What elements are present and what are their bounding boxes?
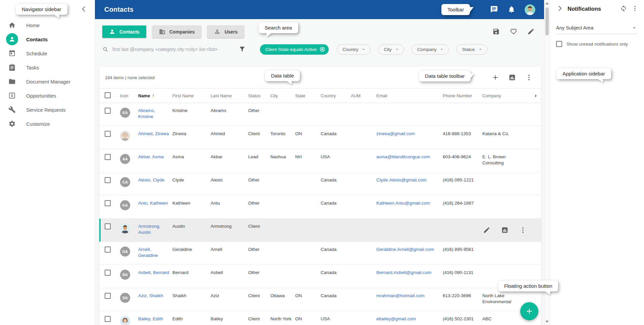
search-input[interactable] <box>112 47 223 52</box>
user-avatar[interactable] <box>525 4 535 15</box>
contact-name-link[interactable]: Alexis, Clyde <box>138 177 164 182</box>
filter-dropdown-city[interactable]: City <box>378 44 404 55</box>
table-row[interactable]: Armstrong, AustinAustinArmstrongClient <box>99 219 541 242</box>
table-row[interactable]: BAAsbell, BernardBernardAsbellOtherCanad… <box>99 265 541 288</box>
collapse-app-sidebar-button[interactable] <box>556 5 564 12</box>
filter-dropdown-label: Country <box>342 47 358 52</box>
table-row[interactable]: AAAkbar, AsmaAsmaAkbarLeadNashuaNHUSAasm… <box>99 149 541 172</box>
row-checkbox[interactable] <box>105 154 111 160</box>
row-checkbox[interactable] <box>105 108 111 114</box>
sidebar-item-customize[interactable]: Customize <box>0 117 95 131</box>
contact-name-link[interactable]: Antu, Kathleen <box>138 201 168 206</box>
contact-name-link[interactable]: Abrams, Kristine <box>138 108 155 119</box>
filter-dropdown-status[interactable]: Status <box>456 44 487 55</box>
contact-name-link[interactable]: Asbell, Bernard <box>138 270 169 275</box>
collapse-navigator-button[interactable] <box>79 5 89 14</box>
tab-users[interactable]: Users <box>207 25 244 38</box>
favorite-button[interactable] <box>510 28 517 35</box>
heart-icon <box>510 28 517 35</box>
row-edit-button[interactable] <box>483 226 490 234</box>
contact-name-link[interactable]: Aziz, Shaikh <box>138 293 163 298</box>
tab-companies[interactable]: Companies <box>152 25 201 38</box>
row-more-button[interactable] <box>519 226 527 234</box>
email-link[interactable]: Bernard.Asbell@gmail.com <box>376 270 431 275</box>
sidebar-item-schedule[interactable]: Schedule <box>0 46 95 60</box>
sidebar-item-opportunities[interactable]: $Opportunities <box>0 89 95 103</box>
row-checkbox[interactable] <box>105 177 111 183</box>
filter-dropdown-company[interactable]: Company <box>412 44 449 55</box>
callout-data-table-toolbar: Data table toolbar <box>419 70 471 82</box>
scroll-up-arrow[interactable] <box>545 2 549 4</box>
row-chart-button[interactable] <box>501 226 508 234</box>
table-more-button[interactable] <box>525 74 533 81</box>
select-all-checkbox[interactable] <box>105 92 111 98</box>
save-view-button[interactable] <box>492 28 500 35</box>
column-header-status[interactable]: Status <box>248 93 270 98</box>
email-link[interactable]: zineea@gmail.com <box>376 131 415 136</box>
chat-icon[interactable] <box>490 5 498 14</box>
tab-contacts[interactable]: Contacts <box>102 25 146 38</box>
column-header-country[interactable]: Country <box>321 93 351 98</box>
row-checkbox[interactable] <box>105 316 111 322</box>
filter-chip[interactable]: Client State equals Active <box>260 44 329 55</box>
chart-view-button[interactable] <box>508 74 516 81</box>
column-header-last-name[interactable]: Last Name <box>211 93 248 98</box>
column-header-city[interactable]: City <box>270 93 295 98</box>
email-link[interactable]: mrahman@hotmail.com <box>376 293 425 298</box>
email-link[interactable]: Geraldine.Arnell@gmail.com <box>376 247 434 252</box>
table-row[interactable]: Ahmed, ZineeaZineeaAhmedClientTorontoONC… <box>99 126 541 149</box>
table-row[interactable]: KAAbrams, KristineKristineAbramsOther <box>99 103 541 126</box>
column-header-company[interactable]: Company <box>482 93 523 98</box>
refresh-button[interactable] <box>620 5 627 12</box>
row-checkbox[interactable] <box>105 200 111 206</box>
contact-name-link[interactable]: Ahmed, Zineea <box>138 131 169 136</box>
contact-name-link[interactable]: Armstrong, Austin <box>138 224 160 235</box>
row-checkbox[interactable] <box>105 223 111 229</box>
email-link[interactable]: ebailey@gmail.com <box>376 316 416 321</box>
table-row[interactable]: CAAlexis, ClydeClydeAlexisOtherCanadaCly… <box>99 172 541 196</box>
column-header-phone-number[interactable]: Phone Number <box>443 93 482 98</box>
floating-action-button[interactable] <box>520 302 538 320</box>
email-link[interactable]: Kathleen.Antu@gmail.com <box>376 201 430 206</box>
column-header-first-name[interactable]: First Name <box>172 93 211 98</box>
notifications-bell-icon[interactable] <box>507 5 516 14</box>
main-scrollbar[interactable] <box>544 0 550 325</box>
sidebar-item-service-requests[interactable]: Service Requests <box>0 103 95 117</box>
filter-dropdown-country[interactable]: Country <box>337 44 371 55</box>
row-checkbox[interactable] <box>105 270 111 276</box>
column-header-state[interactable]: State <box>295 93 321 98</box>
sidebar-item-home[interactable]: Home <box>0 18 95 32</box>
column-header-name[interactable]: Name↑ <box>138 93 172 98</box>
email-link[interactable]: Clyde.Alexis@gmail.com <box>376 177 427 182</box>
subject-area-select[interactable]: Any Subject Area <box>556 25 637 34</box>
scroll-columns-right-button[interactable]: › <box>535 92 538 99</box>
email-link[interactable]: asma@blanditcongue.com <box>376 154 430 159</box>
add-record-button[interactable] <box>492 74 499 81</box>
sidebar-item-contacts[interactable]: Contacts <box>0 32 95 46</box>
contact-name-link[interactable]: Arnell, Geraldine <box>138 247 158 258</box>
column-header-icon[interactable]: Icon <box>120 93 138 98</box>
table-row[interactable]: SAAziz, ShaikhShaikhAzizClientOttawaONCa… <box>99 288 541 311</box>
unread-checkbox[interactable] <box>556 41 562 47</box>
callout-fab: Floating action button <box>498 280 558 291</box>
scrollbar-thumb[interactable] <box>545 7 549 36</box>
sidebar-item-tasks[interactable]: Tasks <box>0 60 95 74</box>
table-row[interactable]: KAAntu, KathleenKathleenAntuOtherCanadaK… <box>99 196 541 219</box>
chip-close-icon[interactable] <box>319 46 325 52</box>
row-checkbox[interactable] <box>105 247 111 253</box>
sidebar-more-button[interactable] <box>631 5 639 12</box>
filter-funnel-button[interactable] <box>238 46 246 53</box>
cell-first-name: Kathleen <box>172 196 211 206</box>
row-checkbox[interactable] <box>105 131 111 137</box>
contact-name-link[interactable]: Akbar, Asma <box>138 154 164 159</box>
sidebar-item-document-manager[interactable]: Document Manager <box>0 74 95 89</box>
column-header-aum[interactable]: AUM <box>351 93 376 98</box>
scroll-down-arrow[interactable] <box>545 321 549 323</box>
contact-name-link[interactable]: Bailey, Edith <box>138 316 163 321</box>
table-row[interactable]: GAArnell, GeraldineGeraldineArnellOtherC… <box>99 242 541 265</box>
column-header-email[interactable]: Email <box>376 93 443 98</box>
table-row[interactable]: Bailey, EdithEdithBaileyClientNorth York… <box>99 311 541 325</box>
notifications-title: Notifications <box>568 6 601 12</box>
row-checkbox[interactable] <box>105 293 111 299</box>
edit-view-button[interactable] <box>527 28 535 35</box>
